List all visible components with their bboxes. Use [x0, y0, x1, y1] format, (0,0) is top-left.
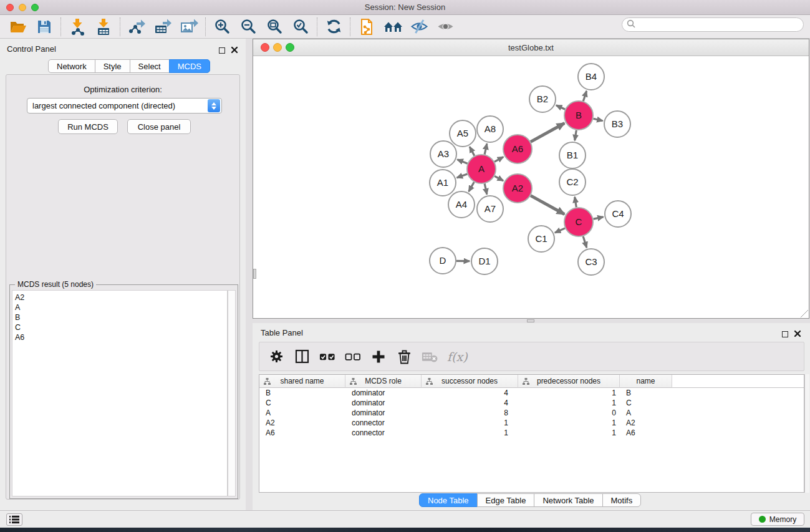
graph-node-A3[interactable]: A3: [430, 141, 456, 167]
table-cell[interactable]: 1: [518, 428, 620, 438]
refresh-icon[interactable]: [321, 16, 347, 37]
gear-icon[interactable]: [268, 348, 284, 365]
import-network-icon[interactable]: [64, 16, 90, 37]
export-table-icon[interactable]: [150, 16, 176, 37]
graph-edge-A-A4[interactable]: [469, 182, 475, 191]
window-edge-grip[interactable]: [253, 269, 256, 279]
table-cell[interactable]: 1: [518, 388, 620, 398]
graph-node-A8[interactable]: A8: [477, 116, 503, 142]
network-canvas[interactable]: B4B2BB3A5A8A6A3B1AA1C2A2A4A7CC4C1C3DD1: [253, 56, 809, 318]
network-window-titlebar[interactable]: testGlobe.txt: [253, 39, 809, 56]
graph-edge-A-A5[interactable]: [470, 147, 475, 156]
column-header-predecessor-nodes[interactable]: predecessor nodes: [518, 375, 620, 388]
graph-node-C3[interactable]: C3: [578, 249, 604, 275]
mcds-result-item[interactable]: A6: [15, 332, 227, 342]
graph-node-A1[interactable]: A1: [430, 170, 456, 196]
graph-node-A4[interactable]: A4: [448, 191, 475, 218]
resize-corner-icon[interactable]: [801, 310, 808, 317]
minimize-window-button[interactable]: [19, 4, 26, 11]
graph-edge-A-A7[interactable]: [485, 183, 487, 194]
table-cell[interactable]: dominator: [345, 408, 422, 418]
graph-node-B2[interactable]: B2: [529, 86, 556, 112]
graph-edge-C-C4[interactable]: [594, 217, 604, 219]
table-cell[interactable]: connector: [345, 428, 422, 438]
deselect-all-icon[interactable]: [345, 348, 361, 365]
float-table-panel-icon[interactable]: [782, 331, 788, 337]
table-cell[interactable]: 1: [422, 428, 518, 438]
table-cell[interactable]: A2: [620, 418, 672, 428]
graph-edge-A-A1[interactable]: [457, 174, 468, 178]
select-all-icon[interactable]: [319, 348, 335, 365]
memory-button[interactable]: Memory: [751, 513, 804, 526]
table-cell[interactable]: connector: [345, 418, 422, 428]
zoom-selected-icon[interactable]: [287, 16, 314, 37]
graph-node-A[interactable]: A: [467, 155, 496, 183]
tab-node-table[interactable]: Node Table: [419, 493, 478, 507]
table-cell[interactable]: 8: [422, 408, 518, 418]
close-table-panel-icon[interactable]: [794, 329, 801, 340]
column-header-name[interactable]: name: [620, 375, 672, 388]
network-close-button[interactable]: [261, 43, 269, 52]
tab-select[interactable]: Select: [130, 59, 170, 73]
graph-edge-A6-B[interactable]: [531, 123, 564, 142]
table-cell[interactable]: C: [259, 398, 345, 408]
run-mcds-button[interactable]: Run MCDS: [58, 119, 118, 134]
column-header-successor-nodes[interactable]: successor nodes: [422, 375, 518, 388]
graph-node-A2[interactable]: A2: [503, 174, 532, 203]
home-icon[interactable]: [380, 16, 406, 37]
graph-edge-C-C2[interactable]: [575, 197, 577, 208]
table-cell[interactable]: C: [620, 398, 672, 408]
tab-motifs[interactable]: Motifs: [602, 493, 642, 507]
table-row-A6[interactable]: A6connector11A6: [259, 428, 804, 438]
export-network-icon[interactable]: [123, 16, 150, 37]
float-panel-icon[interactable]: [219, 47, 225, 54]
add-icon[interactable]: [370, 348, 387, 365]
table-row-C[interactable]: Cdominator41C: [259, 398, 804, 408]
column-header-shared-name[interactable]: shared name: [259, 375, 345, 388]
graph-node-B1[interactable]: B1: [559, 142, 586, 168]
table-cell[interactable]: A2: [259, 418, 345, 428]
graph-node-D[interactable]: D: [430, 248, 456, 274]
optimization-select[interactable]: largest connected component (directed): [27, 98, 222, 114]
graph-node-C[interactable]: C: [564, 208, 593, 236]
table-cell[interactable]: A6: [620, 428, 672, 438]
graph-edge-B-B4[interactable]: [583, 91, 586, 101]
table-cell[interactable]: dominator: [345, 388, 422, 398]
graph-node-A6[interactable]: A6: [503, 135, 532, 163]
tab-style[interactable]: Style: [95, 59, 130, 73]
close-panel-button[interactable]: Close panel: [127, 119, 191, 134]
zoom-window-button[interactable]: [31, 4, 39, 11]
tab-edge-table[interactable]: Edge Table: [477, 493, 535, 507]
columns-icon[interactable]: [294, 348, 310, 365]
graph-node-A5[interactable]: A5: [450, 120, 476, 147]
graph-edge-C-C1[interactable]: [555, 228, 565, 233]
graph-edge-A-A6[interactable]: [494, 157, 503, 162]
mcds-result-item[interactable]: C: [15, 322, 227, 332]
result-list-scrollbar[interactable]: [228, 290, 236, 496]
table-cell[interactable]: 1: [518, 418, 620, 428]
table-cell[interactable]: 1: [422, 418, 518, 428]
graph-edge-A-A3[interactable]: [457, 160, 467, 163]
graph-node-C4[interactable]: C4: [605, 201, 631, 227]
mcds-result-item[interactable]: B: [15, 312, 227, 322]
table-cell[interactable]: B: [259, 388, 345, 398]
panel-divider-grip[interactable]: [527, 319, 534, 322]
export-image-icon[interactable]: [176, 16, 202, 37]
zoom-in-icon[interactable]: [209, 16, 235, 37]
table-cell[interactable]: dominator: [345, 398, 422, 408]
table-cell[interactable]: 4: [422, 398, 518, 408]
graph-node-C2[interactable]: C2: [559, 169, 586, 195]
save-session-icon[interactable]: [31, 16, 57, 37]
table-row-A[interactable]: Adominator80A: [259, 408, 804, 418]
graph-edge-B-B2[interactable]: [556, 105, 565, 109]
task-history-button[interactable]: [6, 513, 22, 526]
table-cell[interactable]: 4: [422, 388, 518, 398]
graph-edge-B-B3[interactable]: [593, 118, 602, 120]
table-row-A2[interactable]: A2connector11A2: [259, 418, 804, 428]
network-zoom-button[interactable]: [286, 43, 294, 52]
column-header-MCDS-role[interactable]: MCDS role: [345, 375, 422, 388]
mcds-result-item[interactable]: A: [15, 302, 227, 312]
close-panel-icon[interactable]: [231, 45, 238, 56]
graph-edge-C-C3[interactable]: [583, 236, 587, 248]
zoom-fit-icon[interactable]: [261, 16, 287, 37]
